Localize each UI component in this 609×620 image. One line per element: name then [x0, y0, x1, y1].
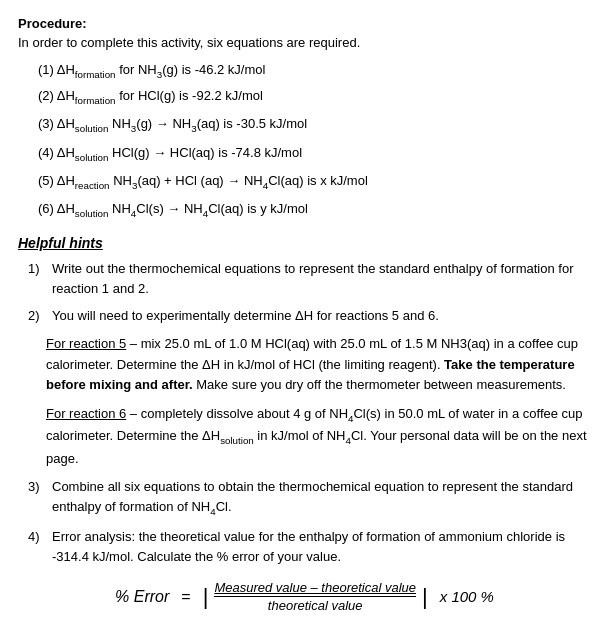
- equation-2: (2) ΔHformation for HCl(g) is -92.2 kJ/m…: [38, 86, 591, 108]
- hint-4: 4) Error analysis: the theoretical value…: [28, 527, 591, 566]
- equation-6: (6) ΔHsolution NH4Cl(s) → NH4Cl(aq) is y…: [38, 199, 591, 221]
- procedure-section: Procedure: In order to complete this act…: [18, 16, 591, 221]
- left-abs-bar: |: [203, 586, 209, 608]
- helpful-hints-section: Helpful hints 1) Write out the thermoche…: [18, 235, 591, 566]
- hint-3: 3) Combine all six equations to obtain t…: [28, 477, 591, 519]
- hints-list: 1) Write out the thermochemical equation…: [28, 259, 591, 566]
- fraction: Measured value – theoretical value theor…: [214, 580, 416, 613]
- equation-4: (4) ΔHsolution HCl(g) → HCl(aq) is -74.8…: [38, 143, 591, 165]
- fraction-wrapper: | Measured value – theoretical value the…: [203, 580, 428, 613]
- equals-sign: =: [181, 588, 190, 606]
- hint-1: 1) Write out the thermochemical equation…: [28, 259, 591, 298]
- multiplier: x 100 %: [440, 588, 494, 605]
- hint-2: 2) You will need to experimentally deter…: [28, 306, 591, 326]
- equations-list: (1) ΔHformation for NH3(g) is -46.2 kJ/m…: [38, 60, 591, 221]
- fraction-numerator: Measured value – theoretical value: [214, 580, 416, 597]
- procedure-title: Procedure:: [18, 16, 591, 31]
- percent-error-section: % Error = | Measured value – theoretical…: [18, 580, 591, 613]
- percent-error-label: % Error: [115, 588, 169, 606]
- equation-1: (1) ΔHformation for NH3(g) is -46.2 kJ/m…: [38, 60, 591, 82]
- reaction-5-detail: For reaction 5 – mix 25.0 mL of 1.0 M HC…: [46, 334, 591, 396]
- reaction-details: For reaction 5 – mix 25.0 mL of 1.0 M HC…: [46, 334, 591, 470]
- reaction-6-detail: For reaction 6 – completely dissolve abo…: [46, 404, 591, 469]
- reaction-5-label: For reaction 5: [46, 336, 126, 351]
- helpful-hints-title: Helpful hints: [18, 235, 591, 251]
- equation-3: (3) ΔHsolution NH3(g) → NH3(aq) is -30.5…: [38, 114, 591, 136]
- intro-text: In order to complete this activity, six …: [18, 35, 591, 50]
- reaction-6-label: For reaction 6: [46, 406, 126, 421]
- fraction-denominator: theoretical value: [268, 597, 363, 613]
- equation-5: (5) ΔHreaction NH3(aq) + HCl (aq) → NH4C…: [38, 171, 591, 193]
- right-abs-bar: |: [422, 586, 428, 608]
